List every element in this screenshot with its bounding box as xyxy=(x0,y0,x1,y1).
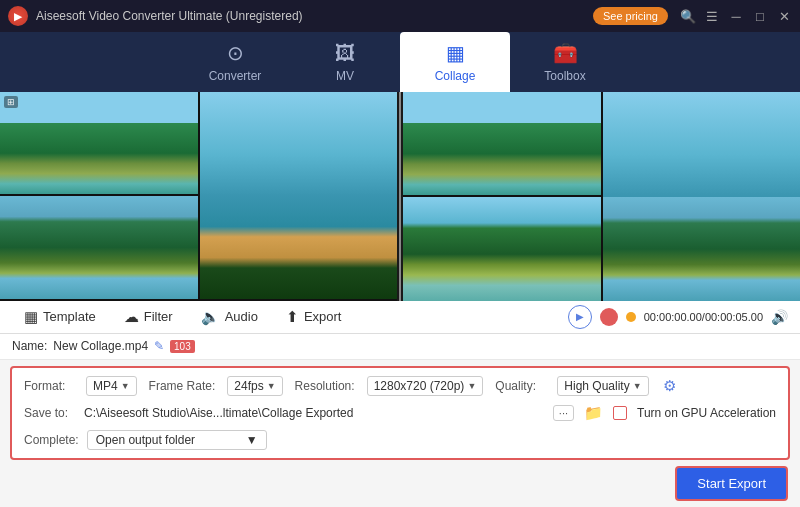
tab-collage[interactable]: ▦ Collage xyxy=(400,32,510,92)
save-label: Save to: xyxy=(24,406,74,420)
settings-gear-icon[interactable]: ⚙ xyxy=(661,377,679,395)
toolbox-icon: 🧰 xyxy=(553,41,578,65)
folder-icon[interactable]: 📁 xyxy=(584,404,603,422)
search-icon[interactable]: 🔍 xyxy=(680,8,696,24)
framerate-select[interactable]: 24fps ▼ xyxy=(227,376,282,396)
browse-button[interactable]: ··· xyxy=(553,405,574,421)
format-arrow: ▼ xyxy=(121,381,130,391)
format-select[interactable]: MP4 ▼ xyxy=(86,376,137,396)
name-value: New Collage.mp4 xyxy=(53,339,148,353)
template-button[interactable]: ▦ Template xyxy=(12,303,108,331)
format-label: Format: xyxy=(24,379,74,393)
tab-mv[interactable]: 🖼 MV xyxy=(290,32,400,92)
preview-cell-1 xyxy=(403,92,601,195)
audio-icon: 🔈 xyxy=(201,308,220,326)
start-export-button[interactable]: Start Export xyxy=(675,466,788,501)
preview-cell-hills xyxy=(403,197,601,300)
framerate-label: Frame Rate: xyxy=(149,379,216,393)
save-path: C:\Aiseesoft Studio\Aise...ltimate\Colla… xyxy=(84,406,543,420)
panel-separator xyxy=(399,92,401,301)
cell-overlay-1: ⊞ xyxy=(4,96,18,108)
toolbar-left: ▦ Template ☁ Filter 🔈 Audio ⬆ Export xyxy=(12,303,568,331)
settings-row-1: Format: MP4 ▼ Frame Rate: 24fps ▼ Resolu… xyxy=(24,376,776,396)
framerate-value: 24fps xyxy=(234,379,263,393)
export-toolbar-button[interactable]: ⬆ Export xyxy=(274,303,354,331)
preview-area: ⊞ ⊞ xyxy=(0,92,800,301)
resolution-label: Resolution: xyxy=(295,379,355,393)
titlebar: ▶ Aiseesoft Video Converter Ultimate (Un… xyxy=(0,0,800,32)
collage-cell-boat[interactable] xyxy=(200,92,398,299)
format-value: MP4 xyxy=(93,379,118,393)
volume-icon[interactable]: 🔊 xyxy=(771,309,788,325)
toolbar-right: ▶ 00:00:00.00/00:00:05.00 🔊 xyxy=(568,305,788,329)
name-edit-icon[interactable]: ✎ xyxy=(154,339,164,353)
timestamp: 00:00:00.00/00:00:05.00 xyxy=(644,311,763,323)
audio-button[interactable]: 🔈 Audio xyxy=(189,303,270,331)
complete-label: Complete: xyxy=(24,433,79,447)
template-icon: ▦ xyxy=(24,308,38,326)
framerate-arrow: ▼ xyxy=(267,381,276,391)
converter-icon: ⊙ xyxy=(227,41,244,65)
settings-row-2: Save to: C:\Aiseesoft Studio\Aise...ltim… xyxy=(24,404,776,422)
complete-arrow: ▼ xyxy=(246,433,258,447)
app-title: Aiseesoft Video Converter Ultimate (Unre… xyxy=(36,9,593,23)
name-row: Name: New Collage.mp4 ✎ 103 xyxy=(0,334,800,360)
name-badge: 103 xyxy=(170,340,195,353)
pricing-button[interactable]: See pricing xyxy=(593,7,668,25)
preview-panel-right xyxy=(403,92,800,301)
mv-icon: 🖼 xyxy=(335,42,355,65)
tab-toolbox[interactable]: 🧰 Toolbox xyxy=(510,32,620,92)
app-logo: ▶ xyxy=(8,6,28,26)
name-label: Name: xyxy=(12,339,47,353)
resolution-value: 1280x720 (720p) xyxy=(374,379,465,393)
toolbar: ▦ Template ☁ Filter 🔈 Audio ⬆ Export ▶ 0… xyxy=(0,301,800,334)
stop-button[interactable] xyxy=(600,308,618,326)
complete-value: Open output folder xyxy=(96,433,195,447)
minimize-icon[interactable]: ─ xyxy=(728,8,744,24)
quality-value: High Quality xyxy=(564,379,629,393)
collage-cell-1[interactable]: ⊞ xyxy=(0,92,198,194)
quality-label: Quality: xyxy=(495,379,545,393)
complete-select[interactable]: Open output folder ▼ xyxy=(87,430,267,450)
export-btn-area: Start Export xyxy=(0,466,800,507)
resolution-arrow: ▼ xyxy=(467,381,476,391)
record-dot xyxy=(626,312,636,322)
close-icon[interactable]: ✕ xyxy=(776,8,792,24)
nav-tabs: ⊙ Converter 🖼 MV ▦ Collage 🧰 Toolbox xyxy=(0,32,800,92)
quality-select[interactable]: High Quality ▼ xyxy=(557,376,648,396)
gpu-checkbox[interactable] xyxy=(613,406,627,420)
filter-button[interactable]: ☁ Filter xyxy=(112,303,185,331)
window-controls: 🔍 ☰ ─ □ ✕ xyxy=(680,8,792,24)
collage-panel-left[interactable]: ⊞ ⊞ xyxy=(0,92,397,301)
maximize-icon[interactable]: □ xyxy=(752,8,768,24)
gpu-label: Turn on GPU Acceleration xyxy=(637,406,776,420)
collage-icon: ▦ xyxy=(446,41,465,65)
resolution-select[interactable]: 1280x720 (720p) ▼ xyxy=(367,376,484,396)
play-button[interactable]: ▶ xyxy=(568,305,592,329)
settings-row-3: Complete: Open output folder ▼ xyxy=(24,430,776,450)
main-area: ⊞ ⊞ ▦ Template xyxy=(0,92,800,507)
collage-cell-2[interactable] xyxy=(0,196,198,298)
settings-box: Format: MP4 ▼ Frame Rate: 24fps ▼ Resolu… xyxy=(10,366,790,460)
preview-cell-2 xyxy=(603,197,801,300)
tab-converter[interactable]: ⊙ Converter xyxy=(180,32,290,92)
menu-icon[interactable]: ☰ xyxy=(704,8,720,24)
export-icon: ⬆ xyxy=(286,308,299,326)
quality-arrow: ▼ xyxy=(633,381,642,391)
filter-icon: ☁ xyxy=(124,308,139,326)
